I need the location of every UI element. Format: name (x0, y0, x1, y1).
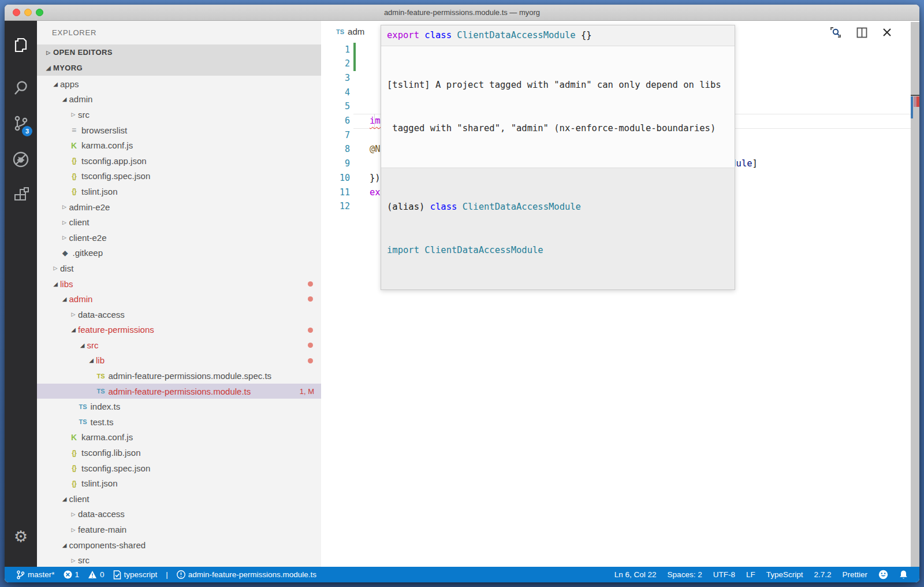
info-circle-icon (177, 570, 185, 579)
tree-item-admin[interactable]: ◢admin (37, 92, 321, 107)
tree-item-apps[interactable]: ◢apps (37, 76, 321, 92)
source-control-icon[interactable]: 3 (5, 107, 37, 140)
line-number[interactable]: 7 (321, 128, 358, 143)
line-number[interactable]: 1 (321, 43, 358, 57)
gear-icon[interactable]: ⚙ (5, 524, 37, 549)
status-item-master-[interactable]: master* (16, 570, 55, 579)
tree-item-components-shared[interactable]: ◢components-shared (37, 537, 321, 553)
tree-item-label: admin-feature-permissions.module.spec.ts (109, 371, 272, 381)
status-item-typescript[interactable]: typescript (113, 570, 158, 579)
tree-item-tslint-json[interactable]: {}tslint.json (37, 184, 321, 199)
chevron-down-icon: ◢ (44, 65, 53, 71)
tree-item-karma-conf-js[interactable]: Kkarma.conf.js (37, 138, 321, 153)
tree-item-tslint-json[interactable]: {}tslint.json (37, 475, 321, 491)
tree-item-tsconfig-app-json[interactable]: {}tsconfig.app.json (37, 153, 321, 169)
chevron-collapsed-icon: ▷ (69, 558, 78, 563)
line-number[interactable]: 10 (321, 171, 358, 185)
status-item-spaces-2[interactable]: Spaces: 2 (668, 570, 702, 579)
status-item-ln-6-col-22[interactable]: Ln 6, Col 22 (614, 570, 657, 579)
tree-item-data-access[interactable]: ▷data-access (37, 507, 321, 522)
window-title: admin-feature-permissions.module.ts — my… (5, 8, 919, 17)
line-number[interactable]: 5 (321, 99, 358, 114)
chevron-collapsed-icon: ▷ (69, 511, 78, 517)
status-item-prettier[interactable]: Prettier (842, 570, 867, 579)
line-number[interactable]: 6 (321, 114, 358, 128)
tree-item-dist[interactable]: ▷dist (37, 261, 321, 276)
code-token: class (424, 30, 457, 40)
tree-item-label: test.ts (91, 417, 114, 427)
extensions-icon[interactable] (5, 179, 37, 211)
tree-item-src[interactable]: ▷src (37, 552, 321, 567)
tree-item-tsconfig-spec-json[interactable]: {}tsconfig.spec.json (37, 169, 321, 184)
hover-signature: export class ClientDataAccessModule {} (381, 25, 735, 46)
line-number[interactable]: 9 (321, 157, 358, 171)
tree-item-tsconfig-lib-json[interactable]: {}tsconfig.lib.json (37, 445, 321, 460)
scm-badge: 3 (22, 126, 32, 136)
status-item-bell-icon[interactable] (899, 570, 908, 579)
vscode-window: admin-feature-permissions.module.ts — my… (5, 5, 919, 582)
title-bar[interactable]: admin-feature-permissions.module.ts — my… (5, 5, 919, 21)
error-icon (64, 570, 72, 579)
tree-item-admin-e2e[interactable]: ▷admin-e2e (37, 199, 321, 215)
status-item-2-7-2[interactable]: 2.7.2 (814, 570, 831, 579)
tree-item--gitkeep[interactable]: ◆.gitkeep (37, 246, 321, 261)
tree-item-label: tsconfig.lib.json (81, 448, 141, 458)
tree-item-lib[interactable]: ◢lib (37, 353, 321, 369)
tree-item-admin[interactable]: ◢admin (37, 291, 321, 307)
status-item-admin-feature-permissions-module-ts[interactable]: admin-feature-permissions.module.ts (177, 570, 316, 579)
chevron-collapsed-icon: ▷ (51, 265, 60, 271)
tree-item-admin-feature-permissions-module-ts[interactable]: TSadmin-feature-permissions.module.ts1, … (37, 384, 321, 399)
status-item-lf[interactable]: LF (746, 570, 755, 579)
tree-item-data-access[interactable]: ▷data-access (37, 307, 321, 322)
line-number[interactable]: 4 (321, 86, 358, 100)
line-number[interactable]: 12 (321, 199, 358, 214)
status-item-typescript[interactable]: TypeScript (766, 570, 803, 579)
line-number[interactable]: 8 (321, 142, 358, 157)
tree-item-label: data-access (78, 509, 125, 519)
project-root-header[interactable]: ◢ MYORG (37, 60, 321, 76)
tree-item-label: src (87, 340, 99, 350)
explorer-icon[interactable] (5, 29, 37, 61)
activity-bar: 3 ⚙ (5, 21, 37, 567)
tree-item-tsconfig-spec-json[interactable]: {}tsconfig.spec.json (37, 460, 321, 476)
status-item-1[interactable]: 1 (64, 570, 80, 579)
open-preview-icon[interactable] (830, 27, 841, 38)
status-item-smiley-icon[interactable] (878, 570, 888, 579)
chevron-collapsed-icon: ▷ (69, 311, 78, 317)
tree-item-karma-conf-js[interactable]: Kkarma.conf.js (37, 430, 321, 445)
tree-item-label: client (69, 217, 90, 227)
tree-item-label: tsconfig.app.json (81, 156, 147, 166)
tree-item-client[interactable]: ▷client (37, 214, 321, 230)
line-number[interactable]: 3 (321, 71, 358, 86)
tree-item-index-ts[interactable]: TSindex.ts (37, 399, 321, 414)
search-icon[interactable] (5, 72, 37, 104)
tree-item-src[interactable]: ◢src (37, 337, 321, 353)
line-number[interactable]: 2 (321, 57, 358, 71)
tree-item-label: karma.conf.js (81, 140, 133, 150)
tree-item-client-e2e[interactable]: ▷client-e2e (37, 230, 321, 246)
tree-item-src[interactable]: ▷src (37, 107, 321, 122)
code-token: ClientDataAccessModule (463, 202, 581, 212)
tree-item-admin-feature-permissions-module-spec-ts[interactable]: TSadmin-feature-permissions.module.spec.… (37, 368, 321, 384)
split-editor-icon[interactable] (856, 27, 867, 38)
tree-item-browserslist[interactable]: ≡browserslist (37, 122, 321, 138)
tree-item-label: dist (60, 263, 73, 273)
overview-ruler[interactable] (911, 22, 919, 567)
tree-item-client[interactable]: ◢client (37, 491, 321, 507)
line-number[interactable]: 11 (321, 185, 358, 200)
modified-line-marker (911, 96, 913, 118)
tree-item-feature-main[interactable]: ▷feature-main (37, 522, 321, 537)
tree-item-test-ts[interactable]: TStest.ts (37, 414, 321, 430)
status-item--[interactable]: | (166, 570, 168, 579)
tree-item-feature-permissions[interactable]: ◢feature-permissions (37, 322, 321, 338)
close-icon[interactable] (882, 28, 892, 37)
status-item-utf-8[interactable]: UTF-8 (713, 570, 735, 579)
modified-dot (308, 281, 313, 287)
tree-item-libs[interactable]: ◢libs (37, 276, 321, 292)
open-editors-header[interactable]: ▷ OPEN EDITORS (37, 44, 321, 60)
file-type-icon: {} (69, 480, 79, 488)
line-number-gutter[interactable]: 123456789101112 (321, 43, 358, 214)
tab-admin-feature-permissions[interactable]: TS adm (336, 27, 364, 36)
status-item-0[interactable]: 0 (88, 570, 105, 579)
debug-icon[interactable] (5, 143, 37, 176)
